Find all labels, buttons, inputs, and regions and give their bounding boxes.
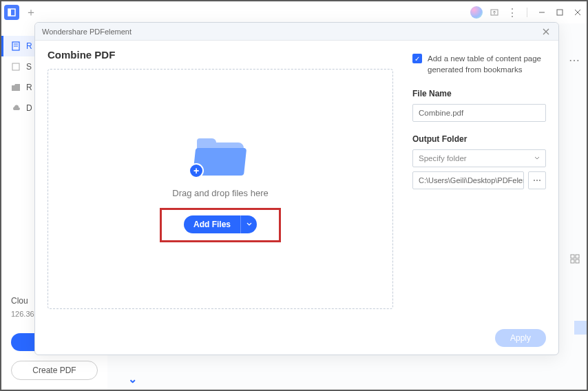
svg-rect-10 bbox=[12, 63, 19, 70]
document-icon bbox=[11, 41, 21, 51]
apply-label: Apply bbox=[510, 333, 531, 343]
dialog-close-button[interactable] bbox=[540, 26, 552, 37]
chevron-down-icon bbox=[534, 154, 540, 162]
add-files-dropdown[interactable] bbox=[240, 215, 257, 233]
svg-rect-1 bbox=[8, 9, 11, 16]
svg-rect-14 bbox=[576, 260, 579, 263]
svg-rect-13 bbox=[571, 260, 574, 263]
folder-path-value: C:\Users\Geili\Desktop\PDFelement\Cc bbox=[419, 176, 524, 184]
bottom-accent-icon: ⌄ bbox=[128, 372, 137, 385]
svg-rect-11 bbox=[571, 255, 574, 258]
dialog-titlebar: Wondershare PDFelement bbox=[35, 23, 558, 41]
apply-button[interactable]: Apply bbox=[495, 329, 546, 347]
file-name-input[interactable] bbox=[412, 104, 546, 122]
divider bbox=[527, 8, 527, 17]
close-icon[interactable] bbox=[571, 6, 584, 19]
sidebar-item-label: S bbox=[26, 62, 32, 72]
account-icon[interactable] bbox=[470, 6, 483, 19]
plus-icon: + bbox=[189, 163, 204, 178]
toc-checkbox-label: Add a new table of content page generate… bbox=[428, 53, 546, 75]
output-folder-select[interactable]: Specify folder bbox=[412, 149, 546, 167]
sidebar-item-label: D bbox=[26, 103, 32, 113]
folder-icon bbox=[11, 83, 21, 92]
svg-rect-12 bbox=[576, 255, 579, 258]
browse-button[interactable]: ⋯ bbox=[528, 171, 546, 189]
file-name-label: File Name bbox=[412, 89, 546, 98]
select-placeholder: Specify folder bbox=[419, 154, 467, 162]
folder-path-input[interactable]: C:\Users\Geili\Desktop\PDFelement\Cc bbox=[412, 171, 524, 189]
add-files-button[interactable]: Add Files bbox=[184, 215, 257, 233]
add-files-highlight: Add Files bbox=[160, 208, 281, 242]
folder-illustration: + bbox=[193, 136, 248, 176]
share-icon[interactable] bbox=[488, 6, 501, 19]
app-icon[interactable] bbox=[4, 5, 19, 20]
grid-view-icon[interactable] bbox=[570, 254, 580, 266]
toc-checkbox[interactable]: ✓ bbox=[412, 54, 422, 63]
window-titlebar: ＋ ⋮ bbox=[1, 1, 587, 23]
star-icon bbox=[11, 62, 21, 72]
new-tab-button[interactable]: ＋ bbox=[23, 5, 39, 20]
add-files-label: Add Files bbox=[184, 220, 240, 229]
output-folder-label: Output Folder bbox=[412, 134, 546, 144]
dialog-title: Wondershare PDFelement bbox=[42, 28, 132, 36]
file-dropzone[interactable]: + Drag and drop files here Add Files bbox=[48, 69, 393, 309]
create-pdf-label: Create PDF bbox=[32, 366, 76, 375]
create-pdf-button[interactable]: Create PDF bbox=[11, 361, 98, 380]
overflow-icon[interactable]: ⋯ bbox=[569, 54, 580, 67]
svg-rect-4 bbox=[557, 10, 563, 15]
combine-pdf-dialog: Wondershare PDFelement Combine PDF + Dra… bbox=[34, 22, 559, 355]
cloud-icon bbox=[11, 103, 21, 113]
sidebar-item-label: R bbox=[26, 41, 32, 51]
dialog-heading: Combine PDF bbox=[48, 49, 393, 61]
edge-accent bbox=[574, 321, 587, 335]
drop-text: Drag and drop files here bbox=[172, 188, 268, 198]
sidebar-item-label: R bbox=[26, 83, 32, 92]
more-icon[interactable]: ⋮ bbox=[506, 6, 518, 19]
minimize-icon[interactable] bbox=[536, 6, 548, 19]
maximize-icon[interactable] bbox=[554, 6, 566, 19]
